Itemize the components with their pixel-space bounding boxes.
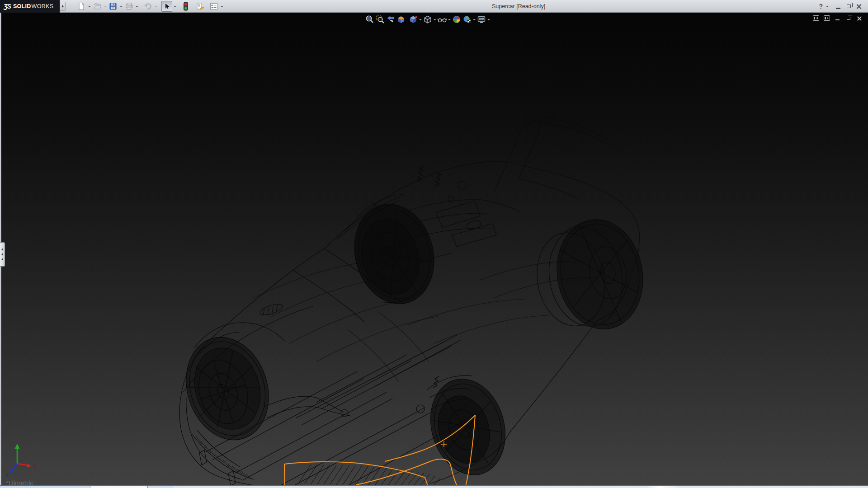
lights-button[interactable] bbox=[180, 1, 191, 12]
close-button[interactable] bbox=[855, 3, 863, 10]
section-view-icon bbox=[396, 15, 406, 24]
collapse-arrow-icon bbox=[1, 253, 3, 256]
taskbar-strip[interactable] bbox=[0, 485, 868, 488]
menu-expand-button[interactable] bbox=[60, 2, 66, 11]
save-dropdown[interactable] bbox=[118, 1, 123, 12]
undo-dropdown[interactable] bbox=[153, 1, 158, 12]
heads-up-view-toolbar bbox=[364, 14, 491, 24]
zoom-to-area-button[interactable] bbox=[375, 14, 385, 24]
zoom-to-fit-icon bbox=[365, 15, 374, 24]
taskbar-button-sliver bbox=[90, 486, 148, 488]
panel-collapse-left-icon bbox=[813, 15, 819, 21]
display-style-dropdown[interactable] bbox=[433, 14, 437, 24]
window-controls: ? bbox=[819, 0, 863, 13]
appearance-ball-icon bbox=[452, 15, 461, 24]
options-button[interactable] bbox=[208, 1, 219, 12]
solidworks-logo: ƷS SOLID WORKS bbox=[0, 0, 60, 13]
view-orientation-button[interactable] bbox=[408, 14, 418, 24]
doc-minimize-icon bbox=[835, 19, 840, 21]
help-dropdown[interactable] bbox=[826, 6, 829, 7]
view-orientation-label: *Dimetric bbox=[6, 479, 33, 485]
restore-button[interactable] bbox=[845, 3, 852, 10]
chevron-right-icon bbox=[62, 5, 64, 8]
zoom-to-fit-button[interactable] bbox=[364, 14, 375, 24]
hide-show-items-button[interactable] bbox=[437, 14, 447, 24]
collapse-arrow-icon bbox=[1, 248, 3, 251]
minimize-icon bbox=[836, 8, 840, 9]
menu-bar: ƷS SOLID WORKS bbox=[0, 0, 868, 13]
view-settings-button[interactable] bbox=[476, 14, 486, 24]
previous-view-button[interactable] bbox=[385, 14, 396, 24]
orientation-triad: X Z bbox=[5, 444, 37, 478]
apply-scene-icon bbox=[462, 15, 472, 24]
printer-icon bbox=[125, 2, 133, 10]
triad-z-label: Z bbox=[5, 473, 9, 478]
view-orientation-icon bbox=[409, 15, 418, 24]
brand-works: WORKS bbox=[32, 3, 54, 9]
print-dropdown[interactable] bbox=[134, 1, 139, 12]
doc-minimize-button[interactable] bbox=[834, 15, 841, 21]
section-view-button[interactable] bbox=[396, 14, 406, 24]
restore-icon bbox=[847, 5, 851, 8]
supercar-wireframe-model: X Z bbox=[0, 13, 868, 485]
open-document-button[interactable] bbox=[92, 1, 103, 12]
open-dropdown[interactable] bbox=[103, 1, 108, 12]
doc-close-icon bbox=[857, 16, 862, 21]
previous-view-icon bbox=[386, 15, 395, 24]
ds-logo-mark: ƷS bbox=[4, 3, 11, 10]
doc-restore-icon bbox=[847, 17, 850, 20]
taskbar-button-sliver bbox=[148, 486, 173, 488]
apply-scene-dropdown[interactable] bbox=[472, 14, 476, 24]
new-document-button[interactable] bbox=[76, 1, 87, 12]
open-folder-icon bbox=[93, 2, 102, 10]
close-icon bbox=[856, 4, 862, 9]
options-checklist-icon bbox=[209, 2, 218, 10]
brand-solid: SOLID bbox=[13, 3, 31, 9]
select-tool-button[interactable] bbox=[161, 1, 172, 12]
options-dropdown[interactable] bbox=[219, 1, 224, 12]
save-button[interactable] bbox=[108, 1, 118, 12]
collapse-arrow-icon bbox=[1, 258, 3, 261]
view-settings-dropdown[interactable] bbox=[486, 14, 491, 24]
display-style-icon bbox=[423, 15, 432, 24]
minimize-button[interactable] bbox=[835, 3, 842, 10]
featuremanager-collapse-tab[interactable] bbox=[0, 242, 5, 267]
file-properties-icon bbox=[195, 2, 204, 10]
traffic-light-icon bbox=[183, 2, 189, 11]
document-window-controls bbox=[812, 15, 863, 21]
edit-appearance-button[interactable] bbox=[451, 14, 462, 24]
doc-restore-button[interactable] bbox=[845, 15, 852, 21]
panel-toggle-right-button[interactable] bbox=[823, 15, 830, 21]
taskbar-button-sliver bbox=[0, 486, 90, 488]
panel-expand-right-icon bbox=[824, 15, 830, 21]
file-properties-button[interactable] bbox=[194, 1, 205, 12]
undo-arrow-icon bbox=[143, 2, 152, 10]
view-settings-icon bbox=[477, 15, 486, 24]
graphics-viewport[interactable]: X Z bbox=[0, 13, 868, 485]
display-style-button[interactable] bbox=[422, 14, 433, 24]
standard-toolbar bbox=[76, 1, 224, 12]
print-button[interactable] bbox=[123, 1, 134, 12]
undo-button[interactable] bbox=[142, 1, 153, 12]
hide-show-items-dropdown[interactable] bbox=[447, 14, 451, 24]
apply-scene-button[interactable] bbox=[462, 14, 472, 24]
new-dropdown[interactable] bbox=[87, 1, 92, 12]
select-dropdown[interactable] bbox=[172, 1, 177, 12]
window-title: Supercar [Read-only] bbox=[492, 3, 545, 9]
taskbar-button-sliver bbox=[173, 486, 868, 488]
save-floppy-icon bbox=[109, 2, 117, 10]
triad-x-label: X bbox=[33, 464, 37, 469]
eyeglasses-icon bbox=[437, 15, 447, 24]
doc-close-button[interactable] bbox=[856, 15, 863, 21]
panel-toggle-left-button[interactable] bbox=[812, 15, 819, 21]
select-cursor-icon bbox=[163, 2, 171, 10]
zoom-to-area-icon bbox=[376, 15, 385, 24]
view-orientation-dropdown[interactable] bbox=[418, 14, 422, 24]
new-document-icon bbox=[77, 2, 85, 10]
help-button[interactable]: ? bbox=[819, 3, 823, 10]
